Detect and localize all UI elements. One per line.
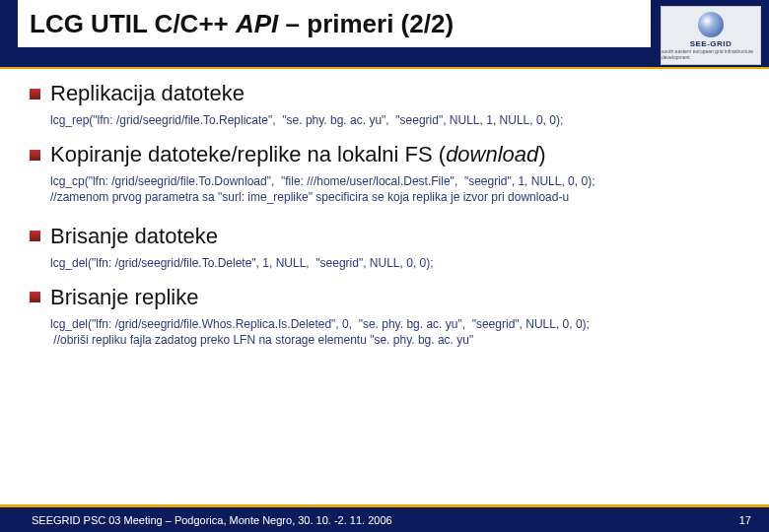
bullet-icon xyxy=(30,231,40,241)
content-area: Replikacija datoteke lcg_rep("lfn: /grid… xyxy=(30,81,749,491)
section-title: Brisanje replike xyxy=(50,285,198,310)
section-heading: Brisanje replike xyxy=(30,285,749,310)
footer-text: SEEGRID PSC 03 Meeting – Podgorica, Mont… xyxy=(32,514,392,526)
globe-icon xyxy=(698,12,724,37)
logo: SEE-GRID south eastern european grid inf… xyxy=(661,6,761,65)
section-title: Replikacija datoteke xyxy=(50,81,245,106)
section-heading: Brisanje datoteke xyxy=(30,224,749,249)
section-delete-file: Brisanje datoteke lcg_del("lfn: /grid/se… xyxy=(30,224,749,271)
slide: LCG UTIL C/C++ API – primeri (2/2) SEE-G… xyxy=(0,0,769,532)
title-underbar xyxy=(18,47,651,69)
code-block: lcg_cp("lfn: /grid/seegrid/file.To.Downl… xyxy=(50,173,749,205)
page-number: 17 xyxy=(739,514,751,526)
slide-title: LCG UTIL C/C++ API – primeri (2/2) xyxy=(18,9,454,39)
section-title-close: ) xyxy=(538,142,545,166)
section-title-text: Replikacija datoteke xyxy=(50,81,245,105)
title-part-1: LCG UTIL C/C++ xyxy=(30,9,236,38)
section-heading: Kopiranje datoteke/replike na lokalni FS… xyxy=(30,142,749,167)
section-title: Brisanje datoteke xyxy=(50,224,218,249)
code-block: lcg_rep("lfn: /grid/seegrid/file.To.Repl… xyxy=(50,112,749,128)
title-bar: LCG UTIL C/C++ API – primeri (2/2) SEE-G… xyxy=(0,0,769,69)
logo-subtext: south eastern european grid infrastructu… xyxy=(662,48,760,60)
title-italic: API xyxy=(236,9,278,38)
footer-bar: SEEGRID PSC 03 Meeting – Podgorica, Mont… xyxy=(0,507,769,532)
code-block: lcg_del("lfn: /grid/seegrid/file.To.Dele… xyxy=(50,255,749,271)
section-copy: Kopiranje datoteke/replike na lokalni FS… xyxy=(30,142,749,205)
section-title-text: Kopiranje datoteke/replike na lokalni FS… xyxy=(50,142,446,166)
logo-text: SEE-GRID xyxy=(690,39,733,48)
section-replication: Replikacija datoteke lcg_rep("lfn: /grid… xyxy=(30,81,749,128)
bullet-icon xyxy=(30,292,40,302)
footer: SEEGRID PSC 03 Meeting – Podgorica, Mont… xyxy=(0,504,769,532)
section-title-text: Brisanje datoteke xyxy=(50,224,218,248)
section-title: Kopiranje datoteke/replike na lokalni FS… xyxy=(50,142,546,167)
bullet-icon xyxy=(30,150,40,161)
bullet-icon xyxy=(30,89,40,100)
title-part-2: – primeri (2/2) xyxy=(278,9,454,38)
section-delete-replica: Brisanje replike lcg_del("lfn: /grid/see… xyxy=(30,285,749,348)
code-block: lcg_del("lfn: /grid/seegrid/file.Whos.Re… xyxy=(50,316,749,348)
section-title-text: Brisanje replike xyxy=(50,285,198,309)
section-heading: Replikacija datoteke xyxy=(30,81,749,106)
title-container: LCG UTIL C/C++ API – primeri (2/2) xyxy=(18,0,651,47)
section-title-italic: download xyxy=(446,142,538,166)
yellow-divider xyxy=(0,67,769,69)
